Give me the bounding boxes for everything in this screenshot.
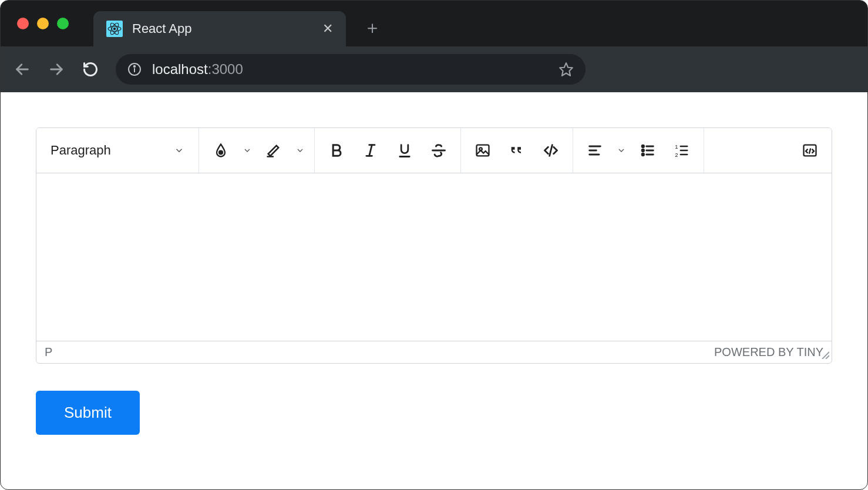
address-bar[interactable]: localhost:3000 (116, 54, 586, 85)
source-code-button[interactable] (793, 133, 827, 167)
window-close-button[interactable] (17, 18, 29, 29)
url-port: :3000 (208, 61, 243, 77)
svg-marker-9 (560, 63, 573, 76)
svg-point-25 (642, 153, 644, 156)
resize-handle-icon[interactable] (820, 348, 829, 362)
block-format-label: Paragraph (51, 143, 111, 158)
svg-line-36 (822, 352, 829, 359)
svg-line-35 (809, 149, 810, 154)
svg-text:1: 1 (675, 144, 678, 150)
browser-toolbar: localhost:3000 (1, 46, 867, 92)
window-minimize-button[interactable] (37, 18, 49, 29)
svg-line-19 (550, 145, 553, 156)
numbered-list-button[interactable]: 12 (665, 133, 699, 167)
bookmark-star-icon[interactable] (559, 62, 574, 77)
svg-line-37 (826, 355, 829, 359)
window-controls (17, 18, 69, 29)
editor-statusbar: P POWERED BY TINY (36, 341, 832, 363)
window-maximize-button[interactable] (57, 18, 69, 29)
svg-point-3 (113, 28, 116, 30)
text-color-button[interactable] (204, 133, 238, 167)
branding-label[interactable]: POWERED BY TINY (714, 345, 823, 359)
svg-point-24 (642, 149, 644, 152)
bullet-list-button[interactable] (631, 133, 665, 167)
url-host: localhost (152, 61, 208, 77)
editor-toolbar: Paragraph (36, 128, 832, 173)
text-color-dropdown[interactable] (238, 146, 257, 155)
toolbar-group-color (199, 128, 315, 173)
svg-line-14 (369, 145, 372, 156)
highlight-color-dropdown[interactable] (291, 146, 309, 155)
svg-point-8 (134, 66, 135, 67)
block-format-select[interactable]: Paragraph (41, 143, 194, 158)
toolbar-group-insert (461, 128, 573, 173)
svg-text:2: 2 (675, 152, 678, 158)
tab-title: React App (132, 21, 313, 36)
forward-button[interactable] (48, 61, 65, 78)
toolbar-group-format: Paragraph (36, 128, 199, 173)
svg-point-10 (219, 151, 223, 155)
reload-button[interactable] (82, 61, 99, 78)
toolbar-group-source (788, 128, 832, 173)
underline-button[interactable] (388, 133, 422, 167)
submit-button[interactable]: Submit (36, 391, 140, 435)
align-button[interactable] (578, 133, 612, 167)
browser-chrome: React App ✕ ＋ localhost:3000 (1, 1, 867, 92)
back-button[interactable] (14, 61, 31, 78)
insert-image-button[interactable] (466, 133, 500, 167)
rich-text-editor: Paragraph (36, 127, 832, 364)
new-tab-button[interactable]: ＋ (364, 16, 381, 40)
toolbar-group-lists: 12 (573, 128, 704, 173)
tab-strip: React App ✕ ＋ (1, 1, 867, 46)
editor-content-area[interactable] (36, 173, 832, 341)
highlight-color-button[interactable] (257, 133, 291, 167)
align-dropdown[interactable] (612, 146, 631, 155)
svg-point-23 (642, 145, 644, 147)
bold-button[interactable] (319, 133, 354, 167)
tab-close-icon[interactable]: ✕ (322, 21, 333, 36)
element-path[interactable]: P (45, 345, 52, 359)
code-sample-button[interactable] (534, 133, 568, 167)
blockquote-button[interactable] (500, 133, 534, 167)
browser-tab[interactable]: React App ✕ (93, 11, 346, 46)
toolbar-group-inline (315, 128, 461, 173)
react-favicon-icon (106, 21, 123, 37)
strikethrough-button[interactable] (422, 133, 456, 167)
italic-button[interactable] (354, 133, 388, 167)
site-info-icon[interactable] (127, 62, 142, 76)
svg-rect-17 (477, 145, 489, 156)
page-content: Paragraph (1, 92, 867, 470)
